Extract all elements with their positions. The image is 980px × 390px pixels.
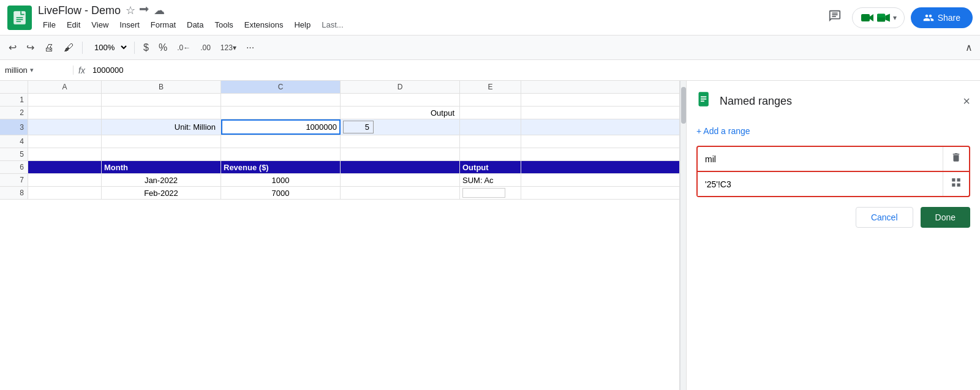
range-form [696,146,970,197]
range-name-input[interactable] [698,147,943,171]
cell-b3[interactable]: Unit: Million [102,119,221,135]
cell-d4[interactable] [341,135,460,148]
cell-e6[interactable]: Output [460,161,521,173]
range-name-row [696,146,970,172]
more-formats-button[interactable]: 123▾ [217,41,240,54]
menu-edit[interactable]: Edit [62,18,85,31]
cell-e4[interactable] [460,135,521,148]
table-row: 4 [0,135,679,148]
menu-insert[interactable]: Insert [115,18,145,31]
cell-c5[interactable] [221,148,341,160]
share-button[interactable]: Share [911,7,973,28]
col-header-d[interactable]: D [341,81,460,93]
cell-e3[interactable] [460,119,521,135]
cell-a7[interactable] [28,174,102,186]
done-button[interactable]: Done [921,207,970,228]
panel-header: Named ranges × [696,91,970,116]
cell-d5[interactable] [341,148,460,160]
panel-close-button[interactable]: × [963,94,970,108]
col-header-e[interactable]: E [460,81,521,93]
scroll-track[interactable] [680,81,686,390]
panel-title: Named ranges [720,95,957,108]
redo-button[interactable]: ↪ [23,39,38,56]
decimal-less-button[interactable]: .0← [173,41,194,54]
cell-d3[interactable]: 5 [341,119,460,135]
add-range-button[interactable]: + Add a range [696,124,970,138]
menu-help[interactable]: Help [289,18,315,31]
cell-b8[interactable]: Feb-2022 [102,187,221,199]
cell-b4[interactable] [102,135,221,148]
comments-button[interactable] [824,7,846,29]
cell-c3[interactable]: 1000000 [221,119,341,135]
add-range-label: + Add a range [696,126,750,136]
percent-button[interactable]: % [155,40,171,56]
cell-c4[interactable] [221,135,341,148]
cell-b1[interactable] [102,94,221,106]
zoom-select[interactable]: 100% 75% 50% 125% 150% [88,40,129,55]
col-header-a[interactable]: A [28,81,102,93]
paint-format-button[interactable]: 🖌 [60,40,77,56]
cell-c2[interactable] [221,107,341,119]
row-num-7: 7 [0,174,28,186]
folder-icon[interactable]: ⮕ [139,4,150,17]
currency-button[interactable]: $ [140,40,153,56]
cell-b5[interactable] [102,148,221,160]
table-row: 6 Month Revenue ($) Output [0,161,679,174]
cell-name: million [5,66,28,75]
cell-a1[interactable] [28,94,102,106]
scroll-thumb[interactable] [681,87,686,124]
range-cell-input[interactable] [698,172,943,196]
more-button[interactable]: ··· [243,40,258,56]
title-icons: ☆ ⮕ ☁ [126,4,165,17]
cell-d7[interactable] [341,174,460,186]
cancel-button[interactable]: Cancel [856,207,913,228]
sheet-container: A B C D E 1 2 Output [0,81,980,390]
meet-chevron[interactable]: ▾ [893,13,897,22]
menu-view[interactable]: View [86,18,113,31]
col-header-b[interactable]: B [102,81,221,93]
cell-a8[interactable] [28,187,102,199]
menu-format[interactable]: Format [146,18,181,31]
collapse-toolbar-button[interactable]: ∧ [963,39,975,56]
app-title: LiveFlow - Demo [38,4,121,17]
menu-data[interactable]: Data [182,18,208,31]
cloud-icon[interactable]: ☁ [154,4,165,17]
cell-b6[interactable]: Month [102,161,221,173]
cell-a3[interactable] [28,119,102,135]
cell-a4[interactable] [28,135,102,148]
col-header-c[interactable]: C [221,81,341,93]
decimal-more-button[interactable]: .00 [197,41,214,54]
cell-c1[interactable] [221,94,341,106]
cell-e8[interactable] [460,187,521,199]
cell-c8[interactable]: 7000 [221,187,341,199]
range-cell-row [696,172,970,197]
range-name-delete-button[interactable] [943,147,969,171]
formula-input[interactable] [90,66,980,75]
cell-a2[interactable] [28,107,102,119]
cell-b2[interactable] [102,107,221,119]
cell-name-chevron[interactable]: ▾ [30,66,34,74]
cell-c6[interactable]: Revenue ($) [221,161,341,173]
undo-button[interactable]: ↩ [5,39,20,56]
cell-a6[interactable] [28,161,102,173]
cell-name-box: million ▾ [0,66,74,75]
cell-e5[interactable] [460,148,521,160]
cell-b7[interactable]: Jan-2022 [102,174,221,186]
menu-tools[interactable]: Tools [209,18,238,31]
cell-e7[interactable]: SUM: Ac [460,174,521,186]
cell-a5[interactable] [28,148,102,160]
cell-e2[interactable] [460,107,521,119]
range-grid-button[interactable] [943,172,969,196]
menu-file[interactable]: File [38,18,61,31]
print-button[interactable]: 🖨 [40,40,58,56]
cell-d2[interactable]: Output [341,107,460,119]
menu-extensions[interactable]: Extensions [239,18,288,31]
cell-d1[interactable] [341,94,460,106]
cell-d8[interactable] [341,187,460,199]
menu-last[interactable]: Last... [317,18,348,31]
cell-e1[interactable] [460,94,521,106]
cell-d6[interactable] [341,161,460,173]
star-icon[interactable]: ☆ [126,4,135,17]
cell-c7[interactable]: 1000 [221,174,341,186]
meet-button[interactable]: ▾ [852,7,905,28]
